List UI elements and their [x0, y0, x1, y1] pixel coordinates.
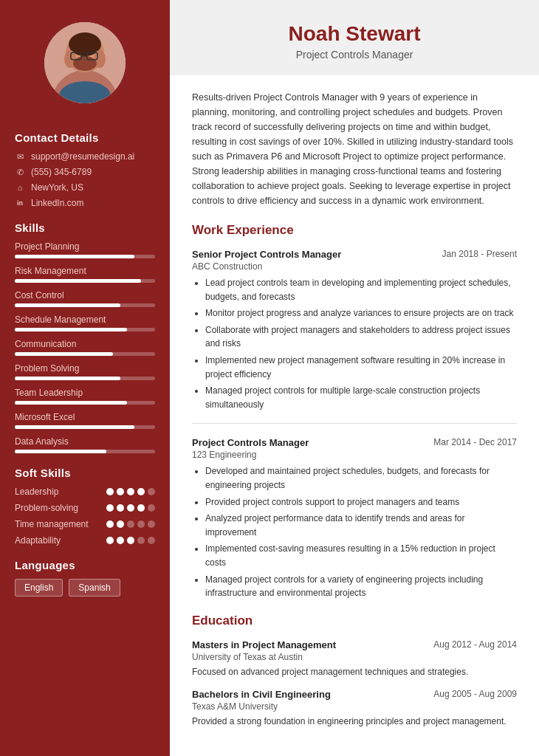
bullet-item: Provided project controls support to pro…: [205, 495, 517, 509]
jobs-list: Senior Project Controls Manager Jan 2018…: [192, 249, 517, 600]
job-title: Senior Project Controls Manager: [192, 249, 341, 260]
edu-school: Texas A&M University: [192, 701, 517, 712]
bullet-item: Monitor project progress and analyze var…: [205, 306, 517, 320]
contact-email: ✉ support@resumedesign.ai: [15, 151, 155, 162]
dot: [148, 504, 155, 512]
language-badge: English: [15, 579, 63, 597]
skill-bar-fill: [15, 425, 134, 429]
edu-header: Bachelors in Civil Engineering Aug 2005 …: [192, 689, 517, 700]
language-badge: Spanish: [69, 579, 120, 597]
dots-container: [106, 520, 155, 528]
edu-degree: Masters in Project Management: [192, 639, 336, 650]
soft-skill-name: Leadership: [15, 487, 106, 497]
skill-bar-bg: [15, 425, 155, 429]
soft-skill-item: Leadership: [15, 487, 155, 497]
dot: [127, 520, 134, 528]
contact-phone: ✆ (555) 345-6789: [15, 167, 155, 177]
dot: [137, 537, 145, 544]
skill-bar-fill: [15, 328, 127, 331]
edu-degree: Bachelors in Civil Engineering: [192, 689, 331, 700]
bullet-item: Collaborate with project managers and st…: [205, 323, 517, 351]
soft-skill-name: Adaptability: [15, 535, 106, 546]
skill-bar-fill: [15, 255, 134, 258]
skill-bar-bg: [15, 328, 155, 331]
contact-linkedin: in LinkedIn.com: [15, 198, 155, 208]
bullet-item: Managed project controls for a variety o…: [205, 573, 517, 600]
sidebar-content: Contact Details ✉ support@resumedesign.a…: [0, 118, 170, 597]
dots-container: [106, 488, 155, 495]
skill-bar-fill: [15, 303, 120, 307]
skill-bar-bg: [15, 377, 155, 380]
edu-header: Masters in Project Management Aug 2012 -…: [192, 639, 517, 650]
dot: [137, 488, 145, 495]
soft-skill-item: Adaptability: [15, 535, 155, 546]
languages-list: EnglishSpanish: [15, 579, 155, 597]
edu-desc: Provided a strong foundation in engineer…: [192, 715, 517, 728]
job-bullets: Developed and maintained project schedul…: [192, 464, 517, 599]
resume-header: Noah Stewart Project Controls Manager: [170, 0, 539, 75]
dot: [127, 488, 134, 495]
divider: [192, 423, 517, 424]
bullet-item: Managed project controls for multiple la…: [205, 384, 517, 411]
skill-name: Data Analysis: [15, 436, 155, 447]
dot: [106, 488, 114, 495]
education-list: Masters in Project Management Aug 2012 -…: [192, 639, 517, 728]
skill-item: Schedule Management: [15, 315, 155, 331]
skill-name: Schedule Management: [15, 315, 155, 325]
skill-bar-bg: [15, 255, 155, 258]
skill-bar-fill: [15, 401, 127, 405]
edu-date: Aug 2005 - Aug 2009: [433, 689, 517, 699]
main-content: Noah Stewart Project Controls Manager Re…: [170, 0, 539, 756]
dot: [117, 488, 124, 495]
education-block: Bachelors in Civil Engineering Aug 2005 …: [192, 689, 517, 728]
skill-bar-fill: [15, 377, 120, 380]
bullet-item: Implemented new project management softw…: [205, 354, 517, 381]
soft-skills-section-title: Soft Skills: [15, 467, 155, 479]
candidate-name: Noah Stewart: [192, 22, 517, 46]
skill-name: Risk Management: [15, 266, 155, 276]
education-title: Education: [192, 614, 517, 630]
education-block: Masters in Project Management Aug 2012 -…: [192, 639, 517, 678]
bullet-item: Developed and maintained project schedul…: [205, 464, 517, 492]
skill-bar-bg: [15, 450, 155, 453]
contact-section-title: Contact Details: [15, 131, 155, 144]
languages-section-title: Languages: [15, 559, 155, 571]
soft-skill-name: Time management: [15, 519, 106, 529]
skill-item: Cost Control: [15, 290, 155, 307]
dots-container: [106, 504, 155, 512]
dot: [117, 520, 124, 528]
soft-skill-item: Problem-solving: [15, 503, 155, 513]
skill-bar-fill: [15, 352, 113, 356]
soft-skills-list: Leadership Problem-solving Time manageme…: [15, 487, 155, 546]
job-company: ABC Construction: [192, 261, 517, 272]
skill-name: Team Leadership: [15, 388, 155, 398]
skills-section-title: Skills: [15, 221, 155, 234]
dot: [127, 504, 134, 512]
job-block: Project Controls Manager Mar 2014 - Dec …: [192, 437, 517, 599]
skill-item: Communication: [15, 339, 155, 356]
job-date: Mar 2014 - Dec 2017: [433, 437, 517, 447]
dot: [106, 520, 114, 528]
job-header: Senior Project Controls Manager Jan 2018…: [192, 249, 517, 260]
soft-skill-item: Time management: [15, 519, 155, 529]
job-company: 123 Engineering: [192, 450, 517, 460]
linkedin-icon: in: [15, 198, 25, 208]
dot: [106, 504, 114, 512]
main-body: Results-driven Project Controls Manager …: [170, 75, 539, 756]
skill-name: Project Planning: [15, 241, 155, 252]
summary-text: Results-driven Project Controls Manager …: [192, 90, 517, 208]
phone-icon: ✆: [15, 167, 25, 177]
candidate-title: Project Controls Manager: [192, 49, 517, 61]
skill-name: Microsoft Excel: [15, 412, 155, 422]
dot: [117, 504, 124, 512]
edu-desc: Focused on advanced project management t…: [192, 665, 517, 678]
bullet-item: Implemented cost-saving measures resulti…: [205, 542, 517, 569]
dot: [127, 537, 134, 544]
skill-bar-bg: [15, 401, 155, 405]
dot: [148, 537, 155, 544]
svg-point-6: [73, 56, 97, 71]
skill-bar-fill: [15, 279, 141, 283]
email-icon: ✉: [15, 151, 25, 162]
contact-location: ⌂ NewYork, US: [15, 182, 155, 193]
skill-item: Data Analysis: [15, 436, 155, 453]
